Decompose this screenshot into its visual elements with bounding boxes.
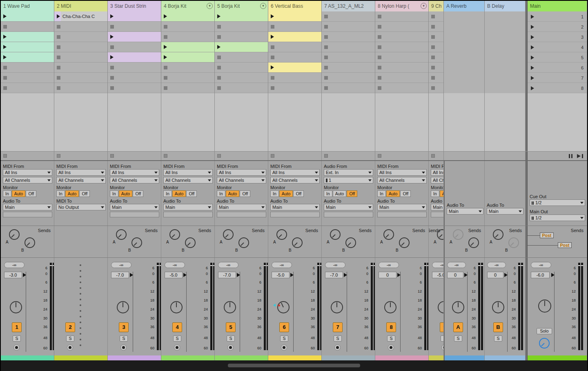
- clip-play-icon[interactable]: [217, 45, 220, 49]
- scene-launch-icon[interactable]: [531, 56, 534, 60]
- arm-button[interactable]: [388, 344, 394, 351]
- post-toggle[interactable]: Post: [558, 242, 572, 248]
- stop-clips-button[interactable]: [217, 154, 221, 158]
- clip-slot[interactable]: [429, 42, 443, 52]
- track-header[interactable]: 5 Borja Kit▾: [215, 1, 268, 11]
- stop-clips-button[interactable]: [110, 154, 114, 158]
- clip-slot[interactable]: [108, 11, 161, 22]
- clip-slot[interactable]: [375, 63, 428, 73]
- volume-value[interactable]: -3.0: [4, 272, 22, 278]
- arm-button[interactable]: [334, 344, 341, 351]
- clip-slot[interactable]: [161, 11, 214, 22]
- arm-button[interactable]: [120, 344, 127, 351]
- solo-button[interactable]: S: [454, 335, 462, 342]
- clip-slot[interactable]: [108, 42, 161, 52]
- clip-slot[interactable]: [108, 32, 161, 42]
- clip-slot[interactable]: [375, 32, 428, 42]
- fader-handle[interactable]: [23, 273, 26, 277]
- clip-slot[interactable]: [322, 52, 375, 63]
- track-activator[interactable]: 5: [226, 322, 236, 332]
- clip-slot[interactable]: [268, 22, 321, 32]
- clip-play-icon[interactable]: [271, 65, 274, 69]
- clip-slot[interactable]: [215, 11, 268, 22]
- volume-value[interactable]: 0: [379, 272, 396, 278]
- chevron-down-circle-icon[interactable]: ▾: [260, 3, 266, 9]
- monitor-auto-button[interactable]: Auto: [65, 190, 79, 197]
- send-b-knob[interactable]: [468, 237, 479, 248]
- send-b-knob[interactable]: [345, 237, 356, 248]
- monitor-off-button[interactable]: Off: [293, 190, 304, 197]
- track-header[interactable]: B Delay: [485, 1, 526, 11]
- clip-play-icon[interactable]: [110, 35, 114, 39]
- output-channel-box[interactable]: [431, 212, 444, 217]
- clip-slot[interactable]: [1, 42, 54, 52]
- clip-slot[interactable]: [215, 83, 268, 93]
- input-type-select[interactable]: All Ins: [270, 169, 320, 176]
- output-channel-box[interactable]: [270, 212, 320, 217]
- input-channel-select[interactable]: All Channels: [110, 177, 159, 183]
- clip-slot[interactable]: [429, 73, 443, 83]
- clip-slot[interactable]: [268, 11, 321, 22]
- output-select[interactable]: No Output: [56, 204, 106, 210]
- track-header[interactable]: 8 Nylon Harp (▾: [375, 1, 429, 11]
- peak-level-display[interactable]: -∞: [111, 262, 131, 268]
- input-type-select[interactable]: All Ins: [56, 169, 106, 176]
- clip-slot[interactable]: [1, 63, 54, 73]
- output-select[interactable]: Main: [377, 204, 427, 210]
- input-channel-select[interactable]: 1: [324, 177, 373, 183]
- arm-button[interactable]: [13, 344, 20, 351]
- output-select[interactable]: Main: [217, 204, 266, 210]
- monitor-off-button[interactable]: Off: [400, 190, 411, 197]
- clip-slot[interactable]: [375, 22, 428, 32]
- clip-slot[interactable]: [1, 22, 54, 32]
- volume-value[interactable]: -7.0: [218, 272, 236, 278]
- clip-slot[interactable]: [108, 52, 161, 63]
- send-b-knob[interactable]: [24, 237, 35, 248]
- monitor-in-button[interactable]: In: [431, 190, 439, 197]
- monitor-off-button[interactable]: Off: [240, 190, 250, 197]
- monitor-in-button[interactable]: In: [163, 190, 172, 197]
- clip-slot[interactable]: [375, 73, 428, 83]
- send-b-knob[interactable]: [238, 237, 249, 248]
- volume-value[interactable]: -5.0: [432, 272, 444, 278]
- volume-value[interactable]: -6.0: [531, 272, 550, 278]
- arm-button[interactable]: [227, 344, 234, 351]
- track-activator[interactable]: A: [453, 322, 463, 332]
- clip-slot[interactable]: [215, 22, 268, 32]
- clip-play-icon[interactable]: [57, 14, 60, 18]
- monitor-auto-button[interactable]: Auto: [386, 190, 400, 197]
- input-type-select[interactable]: All Ins: [431, 169, 444, 176]
- send-b-knob[interactable]: [131, 237, 142, 248]
- solo-button[interactable]: S: [227, 335, 235, 342]
- back-to-arrangement-icon[interactable]: [577, 153, 584, 159]
- clip-slot[interactable]: [161, 52, 214, 63]
- clip-slot[interactable]: [268, 73, 321, 83]
- input-channel-select[interactable]: All Channels: [56, 177, 106, 183]
- scene-row[interactable]: 6: [528, 63, 587, 73]
- clip-slot[interactable]: [161, 22, 214, 32]
- pan-knob[interactable]: [117, 301, 129, 313]
- monitor-off-button[interactable]: Off: [186, 190, 197, 197]
- pan-knob[interactable]: [452, 301, 464, 313]
- clip-play-icon[interactable]: [164, 14, 167, 18]
- monitor-in-button[interactable]: In: [270, 190, 279, 197]
- pan-knob[interactable]: [10, 301, 22, 313]
- fader-handle[interactable]: [130, 273, 133, 277]
- clip-slot[interactable]: [215, 42, 268, 52]
- fader-handle[interactable]: [397, 273, 401, 277]
- track-header[interactable]: 9 Ch: [429, 1, 444, 11]
- clip-slot[interactable]: [429, 52, 443, 63]
- monitor-off-button[interactable]: Off: [79, 190, 90, 197]
- clip-slot[interactable]: [108, 63, 161, 73]
- pan-knob[interactable]: [538, 299, 551, 313]
- arm-button[interactable]: [281, 344, 287, 351]
- clip-slot[interactable]: [322, 63, 375, 73]
- chevron-down-circle-icon[interactable]: ▾: [421, 3, 427, 9]
- clip-slot[interactable]: [108, 73, 161, 83]
- input-channel-select[interactable]: All Channels: [377, 177, 427, 183]
- clip-slot[interactable]: [322, 22, 375, 32]
- input-channel-select[interactable]: All Channels: [431, 177, 444, 183]
- track-activator[interactable]: 1: [12, 322, 22, 332]
- output-channel-box[interactable]: [110, 212, 159, 217]
- arm-button[interactable]: [174, 344, 180, 351]
